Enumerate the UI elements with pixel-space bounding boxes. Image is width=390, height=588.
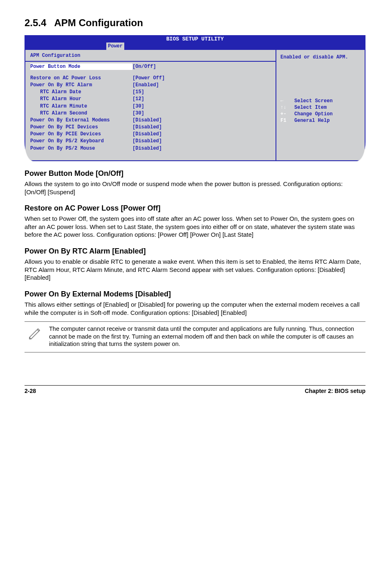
bios-row-pcie[interactable]: Power On By PCIE Devices [Disabled]	[30, 131, 271, 137]
bios-key-hints: ← Select Screen ↑↓ Select Item +- Change…	[280, 98, 361, 124]
bios-tab-power[interactable]: Power	[106, 43, 124, 50]
row-label: Power Button Mode	[30, 63, 132, 70]
body-power-button-mode: Allows the system to go into On/Off mode…	[25, 180, 365, 196]
chapter-label: Chapter 2: BIOS setup	[305, 387, 365, 395]
bios-tab-row: Power	[25, 43, 365, 49]
row-label: RTC Alarm Date	[30, 89, 132, 95]
bios-help-pane: Enabled or disable APM. ← Select Screen …	[276, 49, 365, 161]
key-desc: Select Screen	[294, 98, 333, 104]
spacer	[30, 70, 271, 74]
page-footer: 2-28 Chapter 2: BIOS setup	[25, 385, 365, 395]
row-label: Power On By PCI Devices	[30, 124, 132, 130]
bios-row-power-button-mode[interactable]: Power Button Mode [On/Off]	[30, 63, 271, 70]
bios-row-rtc-minute[interactable]: RTC Alarm Minute [30]	[30, 103, 271, 110]
key-symbol: ←	[280, 98, 294, 104]
key-symbol: +-	[280, 111, 294, 117]
bios-row-ext-modems[interactable]: Power On By External Modems [Disabled]	[30, 117, 271, 123]
bios-row-ps2-kbd[interactable]: Power On By PS/2 Keyboard [Disabled]	[30, 138, 271, 144]
key-row: +- Change Option	[280, 111, 361, 117]
key-desc: Change Option	[294, 111, 333, 117]
key-row: ↑↓ Select Item	[280, 104, 361, 111]
bios-row-rtc-hour[interactable]: RTC Alarm Hour [12]	[30, 96, 271, 102]
row-value: [15]	[132, 89, 271, 95]
key-row: ← Select Screen	[280, 98, 361, 104]
key-desc: General Help	[294, 117, 329, 124]
bios-row-pci[interactable]: Power On By PCI Devices [Disabled]	[30, 124, 271, 130]
body-rtc-alarm: Allows you to enable or disable RTC to g…	[25, 258, 365, 282]
row-value: [30]	[132, 110, 271, 117]
bios-subheading: APM Configuration	[30, 52, 271, 59]
heading-restore-ac: Restore on AC Power Loss [Power Off]	[25, 203, 365, 213]
bios-settings-pane: APM Configuration Power Button Mode [On/…	[25, 49, 276, 161]
bios-panel: BIOS SETUP UTILITY Power APM Configurati…	[25, 35, 365, 161]
row-label: Power On By PS/2 Keyboard	[30, 138, 132, 144]
bios-row-rtc-alarm[interactable]: Power On By RTC Alarm [Enabled]	[30, 82, 271, 88]
heading-ext-modems: Power On By External Modems [Disabled]	[25, 289, 365, 299]
section-number: 2.5.4	[25, 17, 46, 28]
row-value: [12]	[132, 96, 271, 102]
row-label: RTC Alarm Second	[30, 110, 132, 117]
bios-row-ps2-mouse[interactable]: Power On By PS/2 Mouse [Disabled]	[30, 145, 271, 152]
bios-help-text: Enabled or disable APM.	[280, 54, 361, 61]
bios-row-restore-ac[interactable]: Restore on AC Power Loss [Power Off]	[30, 75, 271, 81]
note-text: The computer cannot receive or transmit …	[49, 325, 363, 348]
key-symbol: ↑↓	[280, 104, 294, 111]
row-label: RTC Alarm Hour	[30, 96, 132, 102]
svg-line-2	[37, 330, 39, 331]
bios-body: APM Configuration Power Button Mode [On/…	[25, 49, 365, 161]
key-symbol: F1	[280, 117, 294, 124]
row-label: Power On By PS/2 Mouse	[30, 145, 132, 152]
row-value: [Disabled]	[132, 124, 271, 130]
key-row: F1 General Help	[280, 117, 361, 124]
heading-power-button-mode: Power Button Mode [On/Off]	[25, 168, 365, 178]
row-value: [Disabled]	[132, 138, 271, 144]
body-ext-modems: This allows either settings of [Enabled]…	[25, 301, 365, 316]
row-value: [Disabled]	[132, 117, 271, 123]
row-label: RTC Alarm Minute	[30, 103, 132, 110]
section-title: APM Configuration	[54, 17, 143, 28]
bios-row-rtc-date[interactable]: RTC Alarm Date [15]	[30, 89, 271, 95]
key-desc: Select Item	[294, 104, 327, 111]
body-restore-ac: When set to Power Off, the system goes i…	[25, 215, 365, 239]
note-box: The computer cannot receive or transmit …	[25, 321, 365, 352]
page-number: 2-28	[25, 387, 36, 395]
row-label: Power On By RTC Alarm	[30, 82, 132, 88]
row-value: [On/Off]	[132, 63, 271, 70]
bios-row-rtc-second[interactable]: RTC Alarm Second [30]	[30, 110, 271, 117]
row-value: [Power Off]	[132, 75, 271, 81]
heading-rtc-alarm: Power On By RTC Alarm [Enabled]	[25, 246, 365, 256]
row-label: Power On By External Modems	[30, 117, 132, 123]
row-label: Power On By PCIE Devices	[30, 131, 132, 137]
divider	[25, 61, 276, 62]
row-label: Restore on AC Power Loss	[30, 75, 132, 81]
row-value: [Disabled]	[132, 145, 271, 152]
section-heading: 2.5.4 APM Configuration	[25, 16, 365, 29]
row-value: [Enabled]	[132, 82, 271, 88]
row-value: [Disabled]	[132, 131, 271, 137]
row-value: [30]	[132, 103, 271, 110]
pencil-icon	[27, 325, 49, 348]
bios-title: BIOS SETUP UTILITY	[25, 35, 365, 43]
